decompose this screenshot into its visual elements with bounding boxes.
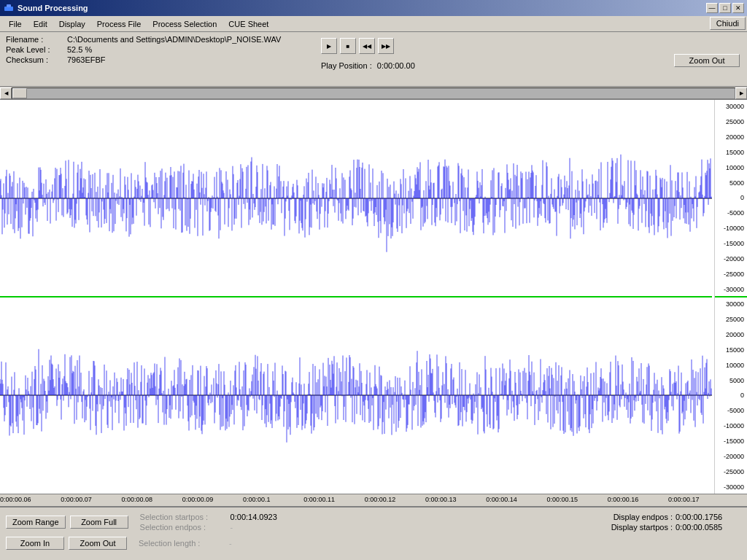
display-startpos-label: Display startpos : [592, 523, 673, 532]
y-axis: 30000 25000 20000 15000 10000 5000 0 -50… [714, 100, 747, 494]
timeline-label-6: 0:00:00.12 [365, 496, 396, 503]
timeline-label-7: 0:00:00.13 [425, 496, 457, 503]
zoom-range-button[interactable]: Zoom Range [6, 516, 66, 529]
waveform-canvas[interactable] [0, 100, 712, 494]
peak-level-label: Peak Level : [6, 45, 64, 54]
timeline-label-0: 0:00:00.06 [0, 496, 31, 503]
maximize-button[interactable]: □ [719, 3, 731, 13]
timeline-label-9: 0:00:00.15 [546, 496, 578, 503]
info-panel: Filename : C:\Documents and Settings\ADM… [0, 32, 747, 87]
horizontal-scrollbar[interactable]: ◀ ▶ [0, 87, 747, 100]
rewind-button[interactable]: ◀◀ [359, 38, 375, 54]
timeline-inner: 0:00:00.060:00:00.070:00:00.080:00:00.09… [0, 494, 714, 506]
timeline-label-10: 0:00:00.16 [608, 496, 639, 503]
app-icon [3, 2, 15, 14]
display-startpos-value: 0:00:00.0585 [676, 523, 741, 532]
selection-info: Selection startpos : 0:00:14.0923 Select… [140, 513, 277, 532]
menu-process-file[interactable]: Process File [91, 18, 147, 30]
timeline-label-5: 0:00:00.11 [303, 496, 335, 503]
timeline-label-1: 0:00:00.07 [61, 496, 92, 503]
selection-startpos-value: 0:00:14.0923 [231, 513, 277, 521]
forward-button[interactable]: ▶▶ [378, 38, 394, 54]
svg-rect-1 [7, 4, 11, 7]
checksum-label: Checksum : [6, 55, 64, 64]
timeline-label-8: 0:00:00.14 [486, 496, 517, 503]
scroll-left-button[interactable]: ◀ [0, 88, 12, 99]
close-button[interactable]: ✕ [732, 3, 744, 13]
display-endpos-label: Display endpos : [592, 513, 673, 521]
bottom-row-1: Zoom Range Zoom Full Selection startpos … [6, 513, 741, 532]
timeline-label-11: 0:00:00.17 [668, 496, 700, 503]
timeline-label-4: 0:00:00.1 [243, 496, 271, 503]
scroll-track[interactable] [12, 88, 735, 99]
timeline-label-3: 0:00:00.09 [182, 496, 214, 503]
scroll-right-button[interactable]: ▶ [735, 88, 747, 99]
y-axis-channel1: 30000 25000 20000 15000 10000 5000 0 -50… [715, 100, 747, 296]
filename-label: Filename : [6, 35, 64, 44]
bottom-controls: Zoom Range Zoom Full Selection startpos … [0, 507, 747, 555]
selection-length-value: - [229, 539, 232, 548]
stop-button[interactable]: ■ [340, 38, 356, 54]
play-position-value: 0:00:00.00 [377, 61, 415, 70]
y-axis-channel2: 30000 25000 20000 15000 10000 5000 0 -50… [715, 296, 747, 494]
chiudi-button[interactable]: Chiudi [710, 17, 746, 30]
menu-cue-sheet[interactable]: CUE Sheet [222, 18, 274, 30]
peak-level-value: 52.5 % [67, 45, 92, 54]
menu-edit[interactable]: Edit [28, 18, 53, 30]
scroll-thumb[interactable] [12, 88, 27, 98]
play-position-label: Play Position : [321, 61, 372, 70]
waveform-canvas-area[interactable] [0, 100, 714, 494]
timeline-label-2: 0:00:00.08 [122, 496, 153, 503]
zoom-full-button[interactable]: Zoom Full [70, 516, 128, 529]
minimize-button[interactable]: — [706, 3, 718, 13]
selection-length-label: Selection length : [139, 539, 226, 548]
selection-startpos-label: Selection startpos : [140, 513, 228, 521]
play-position-area: Play Position : 0:00:00.00 [321, 61, 415, 70]
filename-value: C:\Documents and Settings\ADMIN\Desktop\… [67, 35, 281, 44]
display-info: Display endpos : 0:00:00.1756 Display st… [592, 513, 741, 532]
checksum-value: 7963EFBF [67, 55, 106, 64]
window-title: Sound Processing [18, 4, 88, 12]
zoom-in-button[interactable]: Zoom In [6, 537, 64, 550]
menu-bar: File Edit Display Process File Process S… [0, 16, 747, 32]
zoom-out-top-button[interactable]: Zoom Out [674, 54, 740, 67]
title-bar: Sound Processing — □ ✕ [0, 0, 747, 16]
selection-endpos-value: - [231, 523, 233, 532]
play-button[interactable]: ▶ [321, 38, 337, 54]
bottom-row-2: Zoom In Zoom Out Selection length : - [6, 537, 741, 550]
selection-endpos-label: Selection endpos : [140, 523, 228, 532]
display-endpos-value: 0:00:00.1756 [676, 513, 741, 521]
menu-file[interactable]: File [3, 18, 28, 30]
waveform-container: 30000 25000 20000 15000 10000 5000 0 -50… [0, 100, 747, 494]
timeline: 0:00:00.060:00:00.070:00:00.080:00:00.09… [0, 494, 747, 507]
menu-display[interactable]: Display [53, 18, 91, 30]
menu-process-selection[interactable]: Process Selection [147, 18, 222, 30]
window-controls: — □ ✕ [706, 3, 744, 13]
playback-controls: ▶ ■ ◀◀ ▶▶ [321, 38, 394, 54]
zoom-out-bottom-button[interactable]: Zoom Out [69, 537, 127, 550]
